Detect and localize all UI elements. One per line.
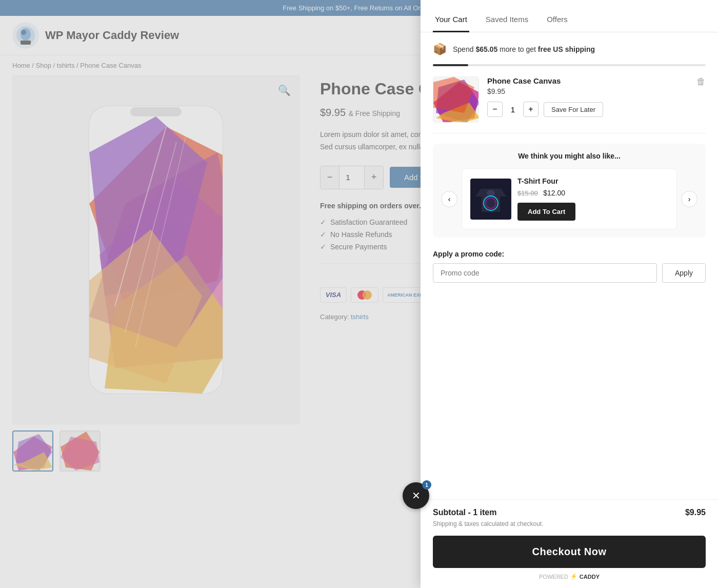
shipping-progress: 📦 Spend $65.05 more to get free US shipp…	[433, 43, 706, 56]
cart-panel: Your Cart Saved Items Offers 📦 Spend $65…	[421, 0, 718, 588]
cart-item-image	[433, 76, 479, 123]
rec-sale-price: $12.00	[543, 189, 565, 197]
rec-carousel: ‹ T-Shirt Four	[441, 168, 697, 229]
tab-your-cart[interactable]: Your Cart	[433, 11, 469, 32]
rec-title: We think you might also like...	[441, 152, 697, 160]
rec-add-to-cart-button[interactable]: Add To Cart	[517, 203, 575, 221]
progress-bar-fill	[433, 64, 468, 66]
rec-next-arrow[interactable]: ›	[681, 191, 697, 207]
cart-item: Phone Case Canvas $9.95 − 1 + Save For L…	[433, 76, 706, 133]
tab-offers[interactable]: Offers	[545, 11, 570, 32]
rec-item-details: T-Shirt Four $15.00 $12.00 Add To Cart	[517, 177, 668, 221]
cart-item-price: $9.95	[487, 87, 688, 95]
rec-original-price: $15.00	[517, 189, 538, 197]
powered-by: POWERED ⚡ CADDY	[433, 573, 706, 580]
rec-item-image	[470, 179, 511, 220]
caddy-brand: CADDY	[580, 574, 600, 580]
cart-item-controls: − 1 + Save For Later	[487, 102, 688, 117]
promo-input-row: Apply	[433, 263, 706, 283]
checkout-button[interactable]: Checkout Now	[433, 536, 706, 568]
cart-body: 📦 Spend $65.05 more to get free US shipp…	[421, 32, 718, 499]
recommendations: We think you might also like... ‹	[433, 144, 706, 238]
subtotal-label: Subtotal - 1 item	[433, 508, 496, 517]
rec-item: T-Shirt Four $15.00 $12.00 Add To Cart	[462, 168, 677, 229]
item-qty-display: 1	[508, 105, 518, 114]
cart-footer: Subtotal - 1 item $9.95 Shipping & taxes…	[421, 499, 718, 588]
cart-tabs: Your Cart Saved Items Offers	[421, 0, 718, 32]
promo-section: Apply a promo code: Apply	[433, 250, 706, 283]
close-icon: ✕	[412, 489, 421, 502]
item-qty-decrease[interactable]: −	[487, 102, 503, 117]
rec-prev-arrow[interactable]: ‹	[441, 191, 457, 207]
subtotal-amount: $9.95	[685, 508, 706, 517]
subtotal-row: Subtotal - 1 item $9.95	[433, 508, 706, 517]
promo-label: Apply a promo code:	[433, 250, 706, 258]
delete-item-icon[interactable]: 🗑	[696, 76, 706, 87]
cart-item-details: Phone Case Canvas $9.95 − 1 + Save For L…	[487, 76, 688, 117]
promo-code-input[interactable]	[433, 263, 657, 283]
tab-saved-items[interactable]: Saved Items	[484, 11, 530, 32]
cart-item-name: Phone Case Canvas	[487, 76, 688, 85]
svg-point-34	[487, 190, 495, 196]
promo-apply-button[interactable]: Apply	[662, 263, 706, 283]
page-overlay[interactable]	[0, 0, 421, 588]
save-for-later-button[interactable]: Save For Later	[544, 102, 603, 117]
shipping-progress-text: Spend $65.05 more to get free US shippin…	[453, 45, 706, 53]
shipping-progress-bar	[433, 64, 706, 66]
rec-item-prices: $15.00 $12.00	[517, 188, 668, 198]
cart-badge: 1	[422, 480, 431, 489]
package-icon: 📦	[433, 43, 447, 56]
cart-close-button[interactable]: ✕ 1	[403, 482, 429, 509]
rec-item-name: T-Shirt Four	[517, 177, 668, 185]
item-qty-increase[interactable]: +	[523, 102, 538, 117]
shipping-note: Shipping & taxes calculated at checkout.	[433, 520, 706, 527]
